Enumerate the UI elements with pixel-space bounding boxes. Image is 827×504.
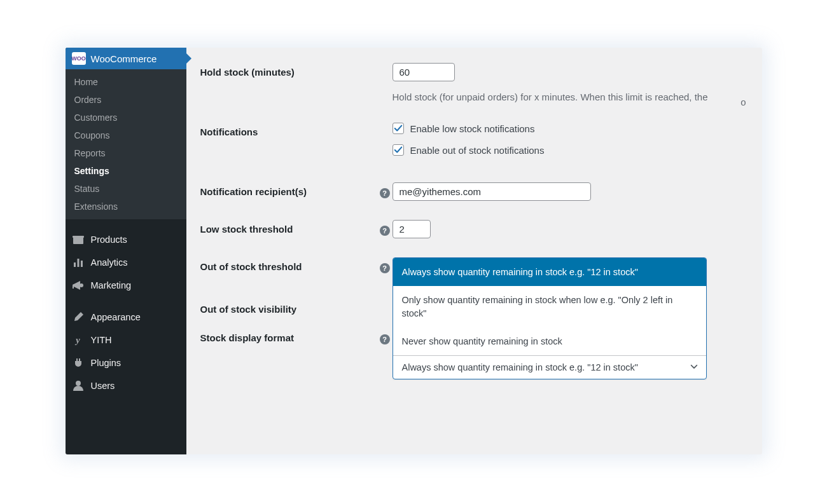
archive-icon [72,233,85,246]
dropdown-option[interactable]: Never show quantity remaining in stock [393,327,706,355]
sidebar-section-woocommerce[interactable]: WOO WooCommerce [66,48,186,69]
sidebar-item-marketing[interactable]: Marketing [66,274,186,297]
sidebar-item-products[interactable]: Products [66,228,186,251]
help-icon[interactable]: ? [380,188,390,198]
sidebar-item-status[interactable]: Status [66,180,186,198]
low-stock-checkbox-label: Enable low stock notifications [410,123,535,134]
sidebar-header-label: WooCommerce [91,53,157,64]
low-stock-checkbox[interactable] [393,123,404,134]
yith-icon: y [72,334,85,346]
hold-stock-input[interactable] [393,63,455,81]
low-stock-threshold-input[interactable] [393,220,431,238]
label-hold-stock: Hold stock (minutes) [200,63,377,78]
sidebar-item-coupons[interactable]: Coupons [66,126,186,144]
megaphone-icon [72,279,85,292]
out-of-stock-checkbox[interactable] [393,144,404,156]
sidebar-item-analytics[interactable]: Analytics [66,251,186,274]
sidebar-item-customers[interactable]: Customers [66,109,186,126]
select-value: Always show quantity remaining in stock … [402,362,638,372]
sidebar-item-extensions[interactable]: Extensions [66,198,186,215]
svg-rect-3 [77,259,79,267]
sidebar-item-plugins[interactable]: Plugins [66,351,186,374]
svg-rect-1 [73,236,84,238]
sidebar-item-label: Analytics [91,257,128,268]
brush-icon [72,311,85,324]
svg-point-6 [76,381,81,386]
help-icon[interactable]: ? [380,334,390,344]
svg-rect-4 [81,261,83,267]
svg-rect-0 [73,237,83,244]
svg-point-5 [80,283,83,287]
sidebar-item-label: YITH [91,335,112,345]
sidebar-item-label: Users [91,381,115,391]
admin-sidebar: WOO WooCommerce Home Orders Customers Co… [66,48,186,454]
sidebar-item-label: Plugins [91,358,122,368]
chart-bar-icon [72,256,85,269]
dropdown-option[interactable]: Only show quantity remaining in stock wh… [393,286,706,327]
woocommerce-icon: WOO [72,52,86,65]
sidebar-item-appearance[interactable]: Appearance [66,306,186,329]
woocommerce-submenu: Home Orders Customers Coupons Reports Se… [66,69,186,219]
label-notifications: Notifications [200,123,377,137]
help-icon[interactable]: ? [380,226,390,236]
stock-display-format-select[interactable]: Always show quantity remaining in stock … [393,355,706,379]
chevron-down-icon [690,362,698,373]
sidebar-item-label: Products [91,235,127,245]
plug-icon [72,357,85,369]
hold-stock-description: Hold stock (for unpaid orders) for x min… [393,90,748,104]
settings-content: Hold stock (minutes) Hold stock (for unp… [186,48,762,454]
sidebar-item-home[interactable]: Home [66,73,186,91]
label-out-visibility: Out of stock visibility [200,300,377,315]
label-recipients: Notification recipient(s) [200,182,377,197]
label-low-threshold: Low stock threshold [200,220,377,235]
sidebar-item-reports[interactable]: Reports [66,144,186,162]
sidebar-item-users[interactable]: Users [66,374,186,397]
sidebar-item-yith[interactable]: y YITH [66,329,186,351]
label-out-threshold: Out of stock threshold [200,257,377,272]
sidebar-item-orders[interactable]: Orders [66,91,186,109]
label-display-format: Stock display format [200,329,377,343]
user-icon [72,379,85,392]
svg-rect-2 [74,262,76,267]
admin-mainmenu: Products Analytics Marketing Appearance [66,219,186,397]
sidebar-item-settings[interactable]: Settings [66,162,186,180]
stock-display-format-dropdown: Always show quantity remaining in stock … [393,257,707,379]
sidebar-item-label: Marketing [91,280,132,290]
notification-recipients-input[interactable] [393,182,591,201]
out-of-stock-checkbox-label: Enable out of stock notifications [410,145,545,156]
help-icon[interactable]: ? [380,263,390,273]
dropdown-option[interactable]: Always show quantity remaining in stock … [393,258,706,286]
sidebar-item-label: Appearance [91,312,141,322]
